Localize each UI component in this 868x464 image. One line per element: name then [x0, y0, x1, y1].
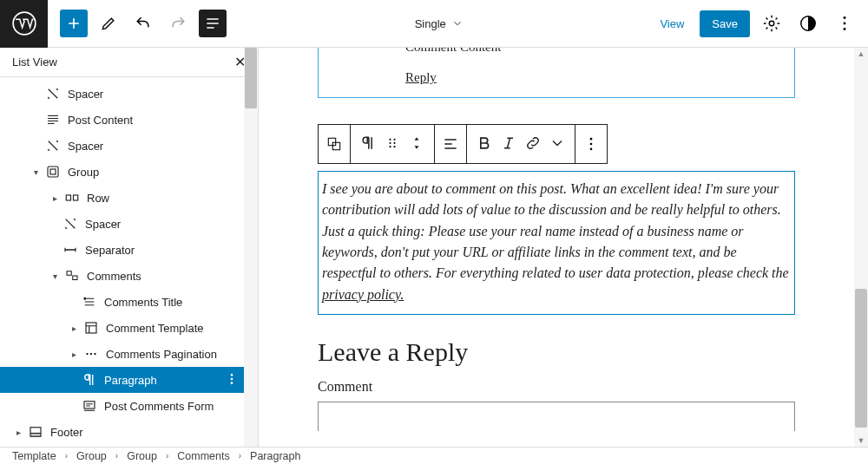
tree-node-label: Comment Template: [101, 322, 203, 335]
styles-button[interactable]: [793, 9, 823, 38]
spacer-icon: [43, 86, 62, 101]
align-button[interactable]: [435, 125, 467, 163]
tree-node-postcontent[interactable]: Post Content: [0, 107, 258, 133]
caret-icon[interactable]: ▾: [47, 271, 62, 281]
block-type-button[interactable]: [359, 134, 377, 154]
italic-button[interactable]: [500, 134, 517, 154]
chevron-down-icon: [451, 17, 464, 29]
tree-node-row[interactable]: ▸Row: [0, 185, 258, 211]
tree-node-label: Comments Pagination: [101, 348, 217, 361]
listview-title: List View: [12, 56, 57, 69]
tree-node-ctemplate[interactable]: ▸Comment Template: [0, 315, 258, 341]
undo-button[interactable]: [129, 10, 157, 37]
add-block-button[interactable]: [60, 10, 88, 37]
caret-icon[interactable]: ▸: [66, 350, 82, 359]
tree-node-footer[interactable]: ▸Footer: [0, 419, 258, 445]
settings-button[interactable]: [757, 9, 786, 38]
tree-node-ctitle[interactable]: Comments Title: [0, 289, 258, 315]
caret-icon[interactable]: ▸: [10, 428, 26, 437]
leave-reply-heading: Leave a Reply: [318, 337, 795, 367]
tree-node-separator[interactable]: Separator: [0, 237, 258, 263]
listview-panel: List View ✕ SpacerPost ContentSpacer▾Gro…: [0, 48, 259, 447]
breadcrumb-item[interactable]: Group: [76, 450, 107, 462]
more-format-button[interactable]: [549, 134, 566, 154]
tree-node-label: Group: [62, 166, 99, 179]
comment-content-label: Comment Content: [405, 48, 786, 55]
scroll-up-icon[interactable]: ▲: [855, 48, 867, 60]
tree-node-label: Separator: [80, 244, 135, 257]
canvas-scrollbar[interactable]: ▲ ▼: [854, 48, 868, 447]
top-toolbar: Single View Save: [0, 0, 868, 48]
tree-node-paragraph[interactable]: Paragraph: [0, 367, 258, 393]
block-type-group: [351, 125, 435, 163]
comment-field-label: Comment: [318, 379, 795, 395]
scroll-down-icon[interactable]: ▼: [855, 435, 867, 447]
select-parent-button[interactable]: [319, 125, 351, 163]
move-updown[interactable]: [408, 134, 425, 154]
breadcrumb-item[interactable]: Template: [12, 450, 56, 462]
tree-node-comments[interactable]: ▾Comments: [0, 263, 258, 289]
caret-icon[interactable]: ▸: [66, 323, 82, 333]
tree-node-label: Footer: [45, 426, 83, 439]
spacer-icon: [61, 216, 80, 232]
tree-node-label: Post Comments Form: [99, 400, 214, 413]
editor-canvas[interactable]: Comment Content Reply: [259, 48, 854, 447]
paragraph-block[interactable]: I see you are about to comment on this p…: [318, 171, 795, 315]
breadcrumb-sep: ›: [115, 451, 118, 461]
bold-button[interactable]: [476, 134, 493, 154]
canvas-scrollbar-thumb[interactable]: [855, 289, 867, 428]
paragraph-text: I see you are about to comment on this p…: [322, 181, 789, 280]
reply-link[interactable]: Reply: [405, 70, 437, 85]
comment-textarea[interactable]: [318, 402, 795, 431]
drag-handle[interactable]: [384, 134, 401, 154]
template-mode-switch[interactable]: Single: [415, 17, 464, 30]
listview-scrollbar[interactable]: [244, 48, 258, 447]
block-options-button[interactable]: [575, 125, 607, 163]
wp-logo[interactable]: [0, 0, 48, 48]
tree-node-label: Spacer: [80, 218, 121, 231]
breadcrumb-sep: ›: [166, 451, 168, 461]
footer-icon: [26, 424, 45, 440]
privacy-policy-link[interactable]: privacy policy.: [322, 287, 404, 302]
row-icon: [62, 190, 82, 206]
more-menu-button[interactable]: [830, 9, 859, 38]
listview-toggle[interactable]: [199, 10, 227, 37]
format-group: [467, 125, 575, 163]
bold-icon: [476, 134, 493, 152]
tree-node-label: Row: [82, 192, 109, 205]
breadcrumb-item[interactable]: Group: [127, 450, 157, 462]
tree-node-spacer1[interactable]: Spacer: [0, 81, 258, 107]
scrollbar-thumb[interactable]: [245, 48, 257, 108]
redo-button[interactable]: [164, 10, 192, 37]
tree-node-label: Spacer: [62, 88, 103, 101]
edit-button[interactable]: [95, 10, 122, 37]
cpag-icon: [82, 346, 101, 362]
tree-node-pcform[interactable]: Post Comments Form: [0, 393, 258, 419]
save-button[interactable]: Save: [700, 10, 750, 37]
breadcrumb-item[interactable]: Paragraph: [250, 450, 300, 462]
link-icon: [524, 134, 542, 152]
spacer-icon: [43, 138, 62, 154]
italic-icon: [500, 134, 517, 152]
tree-node-cpag[interactable]: ▸Comments Pagination: [0, 341, 258, 367]
caret-icon[interactable]: ▾: [28, 167, 43, 177]
view-button[interactable]: View: [651, 10, 693, 37]
parent-icon: [326, 135, 343, 153]
separator-icon: [61, 242, 80, 258]
tree-node-spacer3[interactable]: Spacer: [0, 211, 258, 237]
caret-icon[interactable]: ▸: [47, 193, 62, 203]
block-tree[interactable]: SpacerPost ContentSpacer▾Group▸RowSpacer…: [0, 77, 258, 447]
tree-node-group[interactable]: ▾Group: [0, 159, 258, 185]
paragraph-icon: [359, 134, 377, 152]
breadcrumb-item[interactable]: Comments: [177, 450, 229, 462]
comment-block-preview[interactable]: Comment Content Reply: [318, 48, 795, 98]
link-button[interactable]: [524, 134, 542, 154]
block-breadcrumbs: Template›Group›Group›Comments›Paragraph: [0, 447, 868, 464]
tree-node-label: Comments Title: [99, 296, 182, 309]
listview-header: List View ✕: [0, 48, 258, 77]
tree-node-label: Spacer: [62, 140, 103, 153]
tree-node-options[interactable]: [225, 372, 239, 389]
comments-icon: [62, 268, 82, 284]
tree-node-spacer2[interactable]: Spacer: [0, 133, 258, 159]
drag-icon: [384, 134, 401, 152]
